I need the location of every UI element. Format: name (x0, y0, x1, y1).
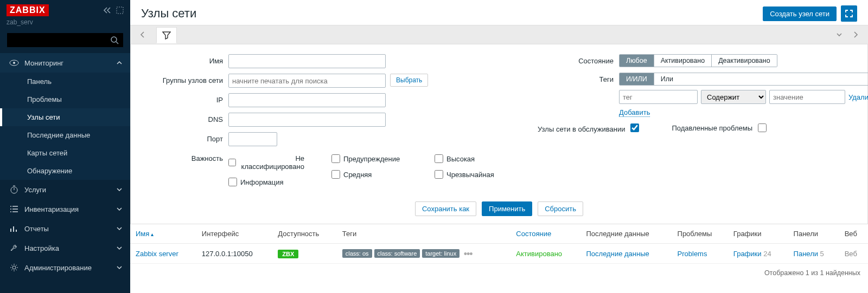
nav-monitoring[interactable]: Мониторинг (0, 53, 130, 73)
tagmode-andor[interactable]: И/ИЛИ (620, 73, 654, 85)
subnav-discovery[interactable]: Обнаружение (0, 162, 130, 180)
tag-remove-link[interactable]: Удалить (848, 93, 868, 101)
nav-admin[interactable]: Администрирование (0, 258, 130, 277)
nav-label: Услуги (24, 186, 46, 194)
maintenance-checkbox[interactable] (630, 123, 639, 132)
filter-collapse-icon[interactable] (832, 31, 846, 38)
nav-label: Инвентаризация (24, 205, 79, 213)
severity-cb-label: Чрезвычайная (446, 171, 494, 179)
nav-label: Мониторинг (24, 59, 63, 67)
severity-cb-5[interactable] (435, 170, 443, 179)
filter-dns-label: DNS (147, 113, 228, 123)
severity-cb-3[interactable] (331, 170, 340, 179)
filter-save-as-button[interactable]: Сохранить как (415, 201, 476, 216)
filter-hostgroups-input[interactable] (228, 74, 386, 88)
tagmode-or[interactable]: Или (654, 73, 680, 85)
global-search-input[interactable] (11, 36, 110, 44)
severity-cb-1[interactable] (228, 178, 237, 186)
severity-cb-0[interactable] (228, 158, 236, 167)
filter-apply-button[interactable]: Применить (482, 201, 532, 216)
filter-suppressed-label: Подавленные проблемы (639, 124, 758, 132)
filter-panel: Имя Группы узлов сети Выбрать IP DNS (130, 44, 868, 224)
th-graphs: Графики (728, 224, 788, 244)
sidebar-collapse-icon[interactable] (103, 6, 113, 14)
filter-name-input[interactable] (228, 54, 386, 68)
chevron-down-icon (116, 206, 123, 212)
severity-cb-label: Информация (240, 178, 284, 186)
tags-more-icon[interactable]: ••• (464, 249, 473, 259)
tag-badge: target: linux (422, 249, 459, 258)
chevron-down-icon (116, 264, 123, 271)
filter-next-icon[interactable] (848, 31, 863, 38)
eye-icon (9, 58, 20, 68)
th-web: Веб (839, 224, 868, 244)
status-opt-any[interactable]: Любое (620, 55, 654, 67)
host-interface: 127.0.0.1:10050 (196, 244, 273, 264)
status-segmented: Любое Активировано Деактивировано (619, 54, 777, 67)
svg-point-1 (111, 37, 117, 42)
status-opt-enabled[interactable]: Активировано (654, 55, 712, 67)
host-name-link[interactable]: Zabbix server (136, 250, 178, 258)
create-host-button[interactable]: Создать узел сети (763, 6, 837, 21)
bar-chart-icon (9, 224, 20, 233)
tag-add-link[interactable]: Добавить (619, 108, 650, 117)
fullscreen-icon[interactable] (841, 5, 857, 22)
chevron-down-icon (116, 245, 123, 251)
nav-config[interactable]: Настройка (0, 238, 130, 258)
th-interface: Интерфейс (196, 224, 273, 244)
severity-grid: Не классифицировано Информация Предупреж… (228, 152, 516, 191)
dashboards-label: Панели (794, 250, 818, 258)
subnav-latest-data[interactable]: Последние данные (0, 126, 130, 144)
tag-value-input[interactable] (769, 90, 845, 104)
severity-cb-2[interactable] (331, 154, 340, 163)
subnav-problems[interactable]: Проблемы (0, 90, 130, 108)
filter-tab-funnel[interactable] (156, 27, 177, 43)
search-icon[interactable] (110, 36, 119, 44)
stopwatch-icon (9, 185, 20, 194)
nav-label: Настройка (24, 244, 59, 252)
filter-dns-input[interactable] (228, 113, 386, 127)
dashboards-link[interactable]: Панели 5 (794, 250, 824, 258)
filter-tab-strip (130, 25, 868, 44)
tag-badge: class: software (374, 249, 420, 258)
th-status[interactable]: Состояние (510, 224, 580, 244)
nav-label: Администрирование (24, 264, 92, 272)
tag-op-select[interactable]: Содержит (701, 90, 766, 104)
graphs-label: Графики (733, 250, 762, 258)
global-search[interactable] (7, 32, 124, 48)
filter-reset-button[interactable]: Сбросить (538, 201, 583, 216)
th-name[interactable]: Имя (130, 224, 196, 244)
subnav-maps[interactable]: Карты сетей (0, 144, 130, 162)
logo[interactable]: ZABBIX (7, 4, 49, 16)
latest-data-link[interactable]: Последние данные (586, 250, 649, 258)
sidebar-hide-icon[interactable] (116, 6, 124, 14)
nav-services[interactable]: Услуги (0, 180, 130, 199)
sidebar: ZABBIX zab_serv (0, 0, 130, 293)
nav-reports[interactable]: Отчеты (0, 219, 130, 238)
graphs-link[interactable]: Графики 24 (733, 250, 771, 258)
svg-point-3 (13, 62, 15, 64)
severity-cb-4[interactable] (435, 154, 443, 163)
host-tags-cell: class: osclass: softwaretarget: linux ••… (337, 244, 511, 264)
filter-ip-label: IP (147, 93, 228, 104)
th-dashboards: Панели (788, 224, 839, 244)
table-row: Zabbix server 127.0.0.1:10050 ZBX class:… (130, 244, 868, 264)
wrench-icon (9, 243, 20, 253)
subnav-hosts[interactable]: Узлы сети (0, 108, 130, 126)
filter-prev-icon[interactable] (136, 31, 150, 38)
nav-inventory[interactable]: Инвентаризация (0, 199, 130, 219)
chevron-up-icon (116, 60, 123, 66)
hostgroups-select-button[interactable]: Выбрать (390, 74, 428, 87)
subnav-panel[interactable]: Панель (0, 73, 130, 90)
filter-port-input[interactable] (228, 132, 277, 146)
problems-link[interactable]: Problems (678, 250, 707, 258)
server-name: zab_serv (7, 18, 124, 26)
host-status[interactable]: Активировано (516, 250, 562, 258)
filter-port-label: Порт (147, 132, 228, 143)
suppressed-checkbox[interactable] (758, 123, 767, 132)
tag-name-input[interactable] (619, 90, 698, 104)
filter-maintenance-label: Узлы сети в обслуживании (538, 122, 630, 133)
status-opt-disabled[interactable]: Деактивировано (711, 55, 777, 67)
filter-ip-input[interactable] (228, 93, 386, 107)
availability-badge-zbx: ZBX (278, 250, 298, 258)
